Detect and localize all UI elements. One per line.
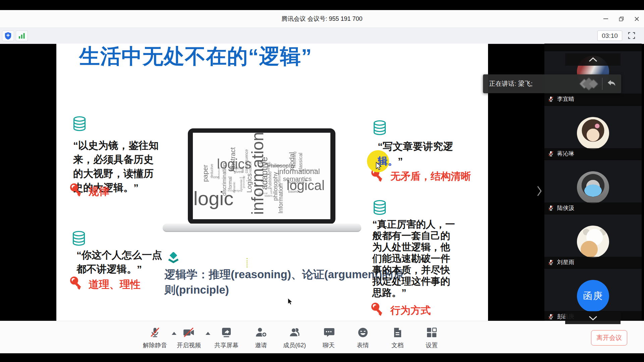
speaking-toast-text: 正在讲话: 梁飞; bbox=[483, 79, 581, 88]
laptop-base bbox=[163, 224, 361, 232]
toolbar-item-label: 成员(62) bbox=[278, 341, 311, 349]
window-title: 腾讯会议 会议号: 955 191 700 bbox=[0, 15, 644, 23]
toolbar-item-start-video[interactable]: 开启视频 bbox=[172, 326, 206, 349]
chevron-down-icon bbox=[588, 315, 598, 321]
close-icon bbox=[634, 16, 639, 21]
meeting-toolbar-bottom: 解除静音 开启视频 共享屏幕 邀请 成员(62) bbox=[0, 321, 644, 353]
participant-tile[interactable]: 蒋沁琳 bbox=[544, 106, 642, 159]
key-icon bbox=[69, 182, 85, 199]
mic-muted-icon bbox=[548, 259, 554, 265]
laptop-image: logicinformationlogicslogicalinformation… bbox=[188, 128, 335, 224]
network-signal-icon bbox=[18, 33, 25, 39]
layers-icon bbox=[166, 252, 181, 267]
meeting-timer: 03:10 bbox=[597, 31, 622, 41]
toolbar-item-invite[interactable]: 邀请 bbox=[244, 326, 278, 349]
mic-muted-icon bbox=[548, 313, 554, 320]
toolbar-item-label: 解除静音 bbox=[138, 341, 172, 349]
key-icon bbox=[69, 276, 85, 292]
title-bar: 腾讯会议 会议号: 955 191 700 bbox=[0, 10, 644, 28]
fullscreen-button[interactable] bbox=[626, 31, 637, 40]
database-icon bbox=[372, 120, 388, 139]
toolbar-item-docs[interactable]: 文档 bbox=[381, 326, 414, 349]
slide-title: 生活中无处不在的“逻辑” bbox=[79, 44, 381, 69]
docs-icon bbox=[381, 326, 414, 339]
toolbar-item-label: 表情 bbox=[346, 341, 380, 349]
participant-name: 陆侠汲 bbox=[557, 204, 574, 212]
database-icon bbox=[372, 200, 388, 219]
meeting-toolbar-top: 03:10 bbox=[0, 28, 644, 44]
participant-name: 李宜晴 bbox=[557, 95, 574, 103]
avatar bbox=[577, 117, 609, 149]
participant-tile[interactable]: 陆侠汲 bbox=[544, 160, 642, 214]
toast-divider bbox=[602, 78, 602, 90]
reply-arrow-button[interactable] bbox=[606, 78, 616, 89]
emoji-icon bbox=[346, 326, 380, 339]
security-button[interactable] bbox=[2, 31, 14, 41]
settings-icon bbox=[415, 326, 448, 339]
avatar bbox=[577, 171, 609, 203]
participant-namebar: 陆侠汲 bbox=[544, 202, 642, 214]
toolbar-item-label: 聊天 bbox=[312, 341, 345, 349]
dotted-marker bbox=[247, 258, 248, 267]
participants-scroll-down[interactable] bbox=[565, 312, 621, 324]
avatar bbox=[577, 226, 609, 258]
participant-namebar: 李宜晴 bbox=[544, 94, 642, 105]
toolbar-item-settings[interactable]: 设置 bbox=[415, 326, 448, 349]
tencent-meeting-window: 腾讯会议 会议号: 955 191 700 03:10 生活中无处不在的“逻辑” bbox=[0, 0, 644, 362]
word-cloud: logicinformationlogicslogicalinformation… bbox=[193, 133, 330, 219]
quote-writing: “写文章要讲究逻辑。” bbox=[378, 139, 464, 169]
toolbar-item-members[interactable]: 成员(62) bbox=[278, 326, 311, 349]
shared-screen-slide: 生活中无处不在的“逻辑” “以史为镜，鉴往知来，必须具备历史的大视野，读懂历史的… bbox=[56, 44, 488, 321]
leave-meeting-button[interactable]: 离开会议 bbox=[591, 330, 627, 346]
keyword-label: 规律 bbox=[89, 184, 109, 198]
reply-arrow-icon bbox=[606, 78, 616, 88]
toolbar-item-unmute[interactable]: 解除静音 bbox=[138, 326, 172, 349]
keyword-label: 道理、理性 bbox=[89, 278, 141, 292]
toolbar-item-label: 设置 bbox=[415, 341, 448, 349]
toolbar-item-label: 开启视频 bbox=[172, 341, 206, 349]
mic-muted-icon bbox=[548, 205, 554, 211]
chevron-up-icon bbox=[588, 57, 598, 62]
sidebar-expand-chevron[interactable] bbox=[535, 185, 543, 197]
restore-button[interactable] bbox=[614, 13, 628, 24]
toolbar-item-share-screen[interactable]: 共享屏幕 bbox=[210, 326, 243, 349]
chat-icon bbox=[312, 326, 345, 339]
mouse-cursor-black bbox=[286, 298, 294, 307]
keyword-label: 无矛盾，结构清晰 bbox=[390, 170, 471, 183]
minimize-icon bbox=[603, 18, 608, 19]
shield-plus-icon bbox=[4, 32, 12, 40]
keyword-label: 行为方式 bbox=[390, 304, 431, 317]
quote-person: “你这个人怎么一点都不讲逻辑。” bbox=[76, 248, 166, 276]
toolbar-item-emoji[interactable]: 表情 bbox=[346, 326, 380, 349]
fullscreen-icon bbox=[628, 32, 636, 40]
timer-value: 03:10 bbox=[602, 32, 618, 40]
database-icon bbox=[71, 116, 88, 135]
participant-tile[interactable]: 刘星雨 bbox=[544, 215, 642, 268]
invite-icon bbox=[244, 326, 278, 339]
participant-name: 刘星雨 bbox=[557, 258, 574, 266]
participant-namebar: 刘星雨 bbox=[544, 257, 642, 268]
mic-muted-icon bbox=[548, 150, 554, 157]
toolbar-item-label: 文档 bbox=[381, 341, 414, 349]
toolbar-item-chat[interactable]: 聊天 bbox=[312, 326, 345, 349]
mouse-cursor-white bbox=[374, 162, 383, 172]
logic-definition: 逻辑学：推理(reasoning)、论证(argument)的原则(princi… bbox=[164, 267, 406, 298]
speaking-toast: 正在讲话: 梁飞; bbox=[483, 74, 621, 93]
mic-muted-icon bbox=[548, 96, 554, 102]
avatar: 函庚 bbox=[577, 280, 609, 312]
network-status-button[interactable] bbox=[16, 31, 28, 41]
share-screen-icon bbox=[210, 326, 243, 339]
avatar-initials: 函庚 bbox=[583, 290, 603, 302]
participants-scroll-up[interactable] bbox=[565, 53, 621, 66]
restore-icon bbox=[619, 16, 624, 21]
close-button[interactable] bbox=[630, 13, 643, 24]
toolbar-item-label: 共享屏幕 bbox=[210, 341, 243, 349]
quote-history: “以史为镜，鉴往知来，必须具备历史的大视野，读懂历史的大逻辑。” bbox=[73, 138, 161, 195]
members-icon bbox=[278, 326, 311, 339]
watermark-logo bbox=[581, 79, 597, 88]
chevron-right-icon bbox=[537, 185, 542, 197]
laptop-screen: logicinformationlogicslogicalinformation… bbox=[193, 133, 330, 219]
minimize-button[interactable] bbox=[599, 13, 612, 24]
camera-off-icon bbox=[172, 326, 206, 339]
participant-namebar: 蒋沁琳 bbox=[544, 148, 642, 159]
